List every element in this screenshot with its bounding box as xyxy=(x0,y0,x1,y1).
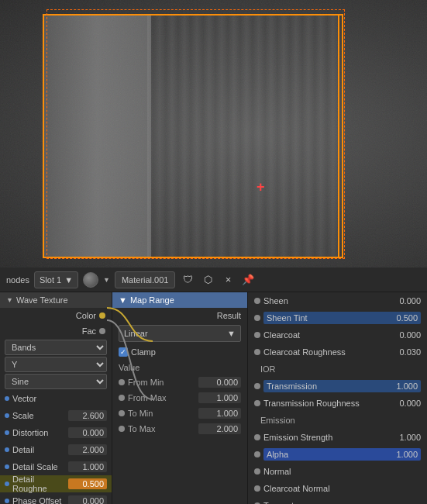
sphere-chevron-icon[interactable]: ▼ xyxy=(103,276,110,284)
clearcoat-value[interactable]: 0.000 xyxy=(394,330,421,340)
linear-chevron: ▼ xyxy=(227,329,236,338)
alpha-bar[interactable]: Alpha 1.000 xyxy=(263,448,421,461)
y-dropdown[interactable]: Y xyxy=(5,357,107,372)
distortion-socket[interactable] xyxy=(5,430,9,435)
material-name-field[interactable]: Material.001 xyxy=(115,271,176,288)
clearcoat-label: Clearcoat xyxy=(263,330,391,340)
color-socket-label: Color xyxy=(6,311,96,320)
sheen-tint-dot[interactable] xyxy=(254,315,260,321)
transmission-row: Transmission 1.000 xyxy=(248,378,427,395)
detail-label: Detail xyxy=(12,445,65,454)
phase-offset-label: Phase Offset xyxy=(12,496,65,504)
bands-dropdown[interactable]: Bands xyxy=(5,340,107,355)
clearcoat-roughness-value[interactable]: 0.030 xyxy=(394,347,421,357)
detail-scale-socket[interactable] xyxy=(5,464,9,469)
to-min-label: To Min xyxy=(128,409,195,418)
distortion-label: Distortion xyxy=(12,428,65,437)
sheen-value[interactable]: 0.000 xyxy=(394,296,421,306)
normal-row: Normal xyxy=(248,463,427,480)
detail-value[interactable]: 2.000 xyxy=(68,444,107,455)
sheen-dot[interactable] xyxy=(254,298,260,304)
close-icon[interactable]: × xyxy=(220,272,236,288)
phase-offset-value[interactable]: 0.000 xyxy=(68,495,107,504)
save-icon[interactable]: ⬡ xyxy=(200,272,215,288)
linear-dropdown[interactable]: Linear ▼ xyxy=(119,325,241,342)
transmission-bar[interactable]: Transmission 1.000 xyxy=(263,380,421,392)
emission-strength-row: Emission Strength 1.000 xyxy=(248,429,427,446)
from-min-row: From Min 0.000 xyxy=(112,375,247,390)
map-range-title: Map Range xyxy=(130,295,174,305)
tangent-row: Tangent xyxy=(248,497,427,504)
sine-dropdown[interactable]: Sine xyxy=(5,374,107,389)
vector-row: Vector xyxy=(0,390,112,407)
fac-socket-dot[interactable] xyxy=(99,328,105,334)
clearcoat-roughness-row: Clearcoat Roughness 0.030 xyxy=(248,343,427,361)
slot-dropdown[interactable]: Slot 1 ▼ xyxy=(34,271,78,288)
alpha-dot[interactable] xyxy=(254,451,260,457)
from-min-label: From Min xyxy=(128,378,195,387)
wave-texture-arrow: ▼ xyxy=(6,296,13,304)
3d-viewport[interactable] xyxy=(0,0,427,268)
color-socket-dot[interactable] xyxy=(99,312,105,319)
clearcoat-row: Clearcoat 0.000 xyxy=(248,326,427,343)
3d-cursor xyxy=(260,182,275,198)
sheen-label: Sheen xyxy=(263,296,391,306)
sheen-tint-row: Sheen Tint 0.500 xyxy=(248,309,427,326)
detail-socket[interactable] xyxy=(5,447,9,452)
emission-strength-dot[interactable] xyxy=(254,434,260,440)
slot-label: Slot 1 xyxy=(40,275,61,285)
transmission-value: 1.000 xyxy=(396,381,418,391)
material-preview-sphere[interactable] xyxy=(83,272,98,288)
from-min-socket[interactable] xyxy=(119,379,125,385)
alpha-value: 1.000 xyxy=(396,450,418,459)
transmission-roughness-row: Transmission Roughness 0.000 xyxy=(248,395,427,412)
to-min-value[interactable]: 1.000 xyxy=(198,408,241,419)
detail-roughness-label: Detail Roughne xyxy=(12,475,65,493)
scale-value[interactable]: 2.600 xyxy=(68,410,107,421)
clearcoat-normal-row: Clearcoat Normal xyxy=(248,480,427,497)
from-min-value[interactable]: 0.000 xyxy=(198,377,241,388)
header-bar: nodes Slot 1 ▼ ▼ Material.001 🛡 ⬡ × 📌 xyxy=(0,268,427,292)
vector-socket[interactable] xyxy=(5,396,9,401)
emission-strength-value[interactable]: 1.000 xyxy=(394,433,421,442)
tangent-label: Tangent xyxy=(263,501,421,504)
clearcoat-normal-label: Clearcoat Normal xyxy=(263,484,421,493)
clamp-checkbox[interactable]: ✓ xyxy=(119,347,128,357)
from-max-value[interactable]: 1.000 xyxy=(198,392,241,403)
detail-roughness-socket[interactable] xyxy=(5,482,9,486)
transmission-roughness-value[interactable]: 0.000 xyxy=(394,399,421,408)
bands-row: Bands xyxy=(0,339,112,356)
from-max-row: From Max 1.000 xyxy=(112,390,247,406)
sheen-row: Sheen 0.000 xyxy=(248,292,427,309)
emission-section: Emission xyxy=(248,412,427,429)
phase-offset-socket[interactable] xyxy=(5,499,9,503)
detail-roughness-value[interactable]: 0.500 xyxy=(68,478,107,489)
alpha-row: Alpha 1.000 xyxy=(248,446,427,463)
wave-texture-header[interactable]: ▼ Wave Texture xyxy=(0,292,112,308)
map-range-header[interactable]: ▼ Map Range xyxy=(112,292,247,308)
detail-scale-value[interactable]: 1.000 xyxy=(68,461,107,472)
y-row: Y xyxy=(0,356,112,373)
main-content: ▼ Wave Texture Color Fac Bands Y Si xyxy=(0,292,427,504)
to-min-row: To Min 1.000 xyxy=(112,406,247,421)
to-max-value[interactable]: 2.000 xyxy=(198,423,241,434)
detail-roughness-row: Detail Roughne 0.500 xyxy=(0,475,112,492)
sheen-tint-value: 0.500 xyxy=(396,313,418,323)
fac-socket-label: Fac xyxy=(6,326,96,336)
clearcoat-normal-dot[interactable] xyxy=(254,485,260,492)
scale-socket[interactable] xyxy=(5,413,9,418)
to-min-socket[interactable] xyxy=(119,410,125,416)
clearcoat-dot[interactable] xyxy=(254,332,260,338)
transmission-dot[interactable] xyxy=(254,383,260,389)
to-max-socket[interactable] xyxy=(119,426,125,432)
pin-icon[interactable]: 📌 xyxy=(240,272,256,288)
transmission-label: Transmission xyxy=(267,381,317,391)
transmission-roughness-dot[interactable] xyxy=(254,400,260,406)
normal-dot[interactable] xyxy=(254,468,260,475)
distortion-value[interactable]: 0.000 xyxy=(68,427,107,438)
from-max-socket[interactable] xyxy=(119,395,125,401)
sheen-tint-bar[interactable]: Sheen Tint 0.500 xyxy=(263,312,421,324)
shield-icon[interactable]: 🛡 xyxy=(180,272,195,288)
clearcoat-roughness-dot[interactable] xyxy=(254,349,260,355)
material-properties-panel: Sheen 0.000 Sheen Tint 0.500 Clearcoat 0… xyxy=(248,292,427,504)
